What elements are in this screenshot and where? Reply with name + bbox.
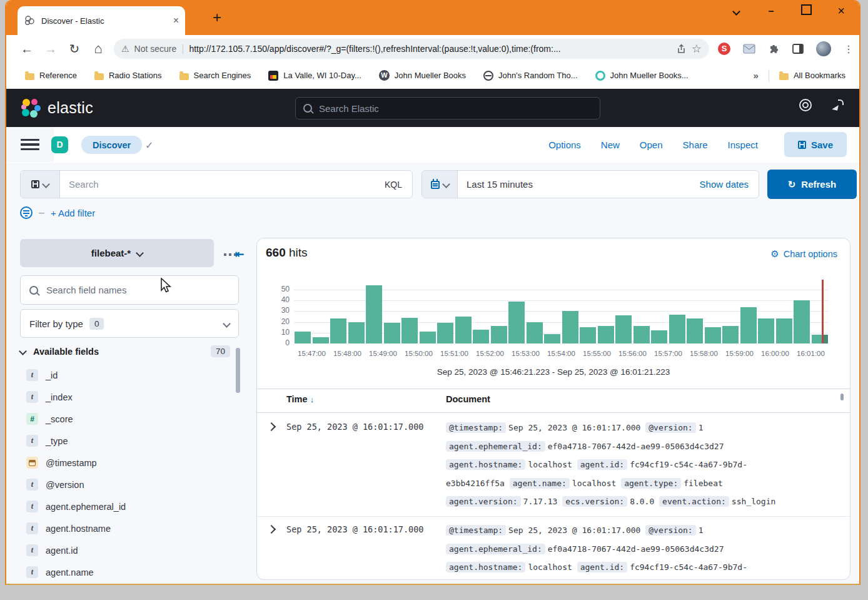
bookmark-item[interactable]: John's Random Tho... [483,71,578,81]
share-icon[interactable] [676,44,687,54]
histogram-bar[interactable] [420,332,436,343]
add-filter-button[interactable]: + Add filter [51,208,95,218]
collapse-sidebar-icon[interactable]: ⇤ [235,248,244,261]
histogram-bar[interactable] [598,326,614,343]
histogram-bar[interactable] [580,327,596,343]
field-item[interactable]: tagent.id [20,539,233,561]
new-tab-button[interactable]: + [213,9,221,26]
adblock-shield-icon[interactable]: S [718,43,730,55]
toolbar-link-inspect[interactable]: Inspect [728,140,758,150]
document-field[interactable]: agent.hostname:localhost [446,460,572,469]
all-bookmarks-button[interactable]: All Bookmarks [779,71,845,80]
sort-descending-icon[interactable]: ↓ [310,395,315,404]
time-range-value[interactable]: Last 15 minutes [458,179,700,190]
field-item[interactable]: t_id [20,364,233,386]
refresh-button[interactable]: ↻ Refresh [767,170,857,199]
query-input[interactable] [60,179,375,190]
home-icon[interactable]: ⌂ [86,41,110,57]
histogram-bar[interactable] [491,326,507,343]
document-field[interactable]: agent.ephemeral_id:ef0a4718-7067-442d-ae… [446,442,724,451]
histogram-bar[interactable] [669,315,685,343]
browser-menu-kebab-icon[interactable]: ⋮ [844,43,854,55]
toolbar-link-share[interactable]: Share [683,140,708,150]
field-item[interactable]: tagent.hostname [20,517,233,539]
document-field[interactable]: @version:1 [645,526,703,535]
expand-row-icon[interactable] [267,525,276,534]
histogram-bar[interactable] [758,318,774,343]
field-item[interactable]: t_type [20,430,233,452]
bookmark-item[interactable]: Radio Stations [94,71,162,80]
help-icon[interactable] [799,99,812,111]
histogram-bar[interactable] [508,302,525,343]
field-item[interactable]: tagent.ephemeral_id [20,496,233,517]
toolbar-link-new[interactable]: New [601,140,620,150]
close-button[interactable]: × [835,4,847,18]
url-text[interactable]: http://172.105.7.150/app/discover#/?_g=(… [189,44,670,54]
document-field[interactable]: event.action:ssh_login [659,497,775,506]
histogram-bar[interactable] [705,327,721,343]
histogram-bar[interactable] [794,300,810,343]
histogram-bar[interactable] [722,326,739,343]
toolbar-link-open[interactable]: Open [640,140,663,150]
filter-icon[interactable] [20,206,33,219]
field-item[interactable]: tagent.name [20,561,233,583]
saved-query-menu[interactable] [21,171,60,198]
filter-by-type-select[interactable]: Filter by type 0 [20,309,239,338]
field-settings-icon[interactable] [224,253,226,256]
histogram-bar[interactable] [687,318,703,343]
security-label[interactable]: Not secure [134,44,177,54]
query-language-button[interactable]: KQL [375,180,412,190]
histogram-bar[interactable] [562,311,578,343]
field-item[interactable]: t_index [20,386,233,408]
document-field[interactable]: @timestamp:Sep 25, 2023 @ 16:01:17.000 [446,423,640,432]
histogram-bar[interactable] [366,285,382,343]
document-field[interactable]: agent.name:localhost [510,479,617,488]
side-panel-icon[interactable] [792,44,804,54]
histogram-bar[interactable] [633,326,650,343]
histogram-bar[interactable] [384,323,400,343]
hamburger-menu-icon[interactable] [21,139,39,150]
document-field[interactable]: @version:1 [645,423,703,432]
breadcrumb[interactable]: Discover [81,136,142,154]
newsfeed-icon[interactable] [832,99,844,111]
minimize-button[interactable]: – [765,6,777,17]
show-dates-button[interactable]: Show dates [700,179,759,190]
histogram-bar[interactable] [651,330,667,343]
bookmarks-overflow-chevron[interactable]: » [754,70,759,81]
sidebar-scrollbar[interactable] [236,348,240,393]
histogram-bar[interactable] [295,332,311,343]
document-field[interactable]: @timestamp:Sep 25, 2023 @ 16:01:17.000 [446,526,640,535]
field-item[interactable]: @timestamp [20,452,233,474]
extensions-puzzle-icon[interactable] [768,43,780,55]
table-scrollbar[interactable] [840,394,844,400]
field-item[interactable]: #_score [20,408,233,430]
histogram-bar[interactable] [330,318,346,343]
histogram-bar[interactable] [455,317,472,343]
time-picker[interactable]: Last 15 minutes Show dates [421,170,759,198]
document-column-header[interactable]: Document [446,394,490,404]
bookmark-star-icon[interactable]: ☆ [692,42,702,56]
available-fields-header[interactable]: Available fields 70 [20,345,239,357]
document-field[interactable]: ecs.version:8.0.0 [562,497,654,506]
field-item[interactable]: t@version [20,474,233,496]
bookmark-item[interactable]: John Mueller Books... [595,71,689,81]
histogram-bar[interactable] [776,318,792,343]
histogram-bar[interactable] [615,315,632,343]
document-field[interactable]: agent.type:filebeat [621,479,723,488]
maximize-button[interactable] [800,4,812,18]
chart-options-button[interactable]: ⚙ Chart options [770,248,837,260]
forward-icon[interactable]: → [39,42,63,56]
histogram-bar[interactable] [437,323,453,343]
query-search-bar[interactable]: KQL [20,170,413,198]
bookmark-item[interactable]: Search Engines [179,71,251,80]
histogram-bar[interactable] [740,307,757,343]
breadcrumb-check-icon[interactable]: ✓ [145,140,153,151]
histogram-bar[interactable] [313,337,329,343]
table-row[interactable]: Sep 25, 2023 @ 16:01:17.000@timestamp:Se… [257,416,850,516]
histogram-bar[interactable] [401,318,418,343]
histogram-plot[interactable] [294,280,829,343]
save-button[interactable]: Save [784,132,847,157]
chrome-menu-chevron-icon[interactable] [730,6,742,17]
field-search-box[interactable] [20,275,239,305]
document-field[interactable]: agent.hostname:localhost [446,562,572,572]
